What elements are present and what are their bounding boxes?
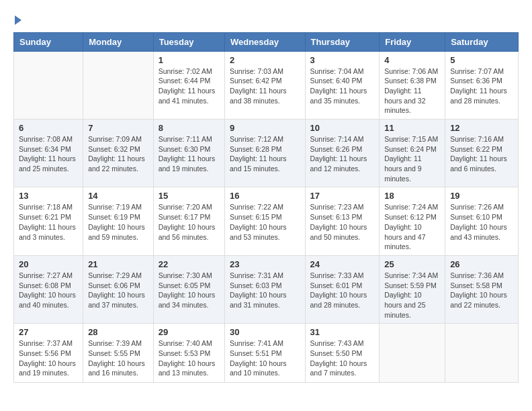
day-number: 2 <box>230 55 300 65</box>
day-info: Sunrise: 7:33 AM Sunset: 6:01 PM Dayligh… <box>310 271 375 310</box>
calendar-cell: 29Sunrise: 7:40 AM Sunset: 5:53 PM Dayli… <box>153 324 224 383</box>
calendar-cell: 16Sunrise: 7:22 AM Sunset: 6:15 PM Dayli… <box>224 187 305 255</box>
calendar-cell: 23Sunrise: 7:31 AM Sunset: 6:03 PM Dayli… <box>224 255 305 323</box>
day-number: 3 <box>310 55 375 65</box>
logo-arrow-icon <box>15 15 21 25</box>
calendar-cell: 28Sunrise: 7:39 AM Sunset: 5:55 PM Dayli… <box>83 324 154 383</box>
weekday-header-monday: Monday <box>83 32 154 51</box>
day-number: 27 <box>19 327 78 337</box>
calendar-cell: 14Sunrise: 7:19 AM Sunset: 6:19 PM Dayli… <box>83 187 154 255</box>
calendar-cell: 1Sunrise: 7:02 AM Sunset: 6:44 PM Daylig… <box>153 51 224 119</box>
day-info: Sunrise: 7:22 AM Sunset: 6:15 PM Dayligh… <box>230 202 300 242</box>
day-number: 9 <box>230 123 300 133</box>
calendar-cell: 7Sunrise: 7:09 AM Sunset: 6:32 PM Daylig… <box>83 120 154 187</box>
day-number: 26 <box>450 259 513 269</box>
calendar-cell: 20Sunrise: 7:27 AM Sunset: 6:08 PM Dayli… <box>14 255 83 323</box>
day-number: 17 <box>310 191 375 201</box>
calendar-cell: 17Sunrise: 7:23 AM Sunset: 6:13 PM Dayli… <box>305 187 380 255</box>
day-number: 8 <box>159 123 220 133</box>
day-number: 23 <box>230 259 300 269</box>
day-number: 28 <box>88 327 148 337</box>
weekday-header-friday: Friday <box>380 32 445 51</box>
day-info: Sunrise: 7:34 AM Sunset: 5:59 PM Dayligh… <box>384 271 440 320</box>
day-info: Sunrise: 7:29 AM Sunset: 6:06 PM Dayligh… <box>88 271 148 310</box>
calendar-table: SundayMondayTuesdayWednesdayThursdayFrid… <box>13 32 519 383</box>
weekday-header-wednesday: Wednesday <box>224 32 305 51</box>
day-info: Sunrise: 7:08 AM Sunset: 6:34 PM Dayligh… <box>19 134 78 174</box>
calendar-cell <box>380 324 445 383</box>
logo <box>13 13 21 26</box>
calendar-cell: 6Sunrise: 7:08 AM Sunset: 6:34 PM Daylig… <box>14 120 83 187</box>
calendar-cell: 3Sunrise: 7:04 AM Sunset: 6:40 PM Daylig… <box>305 51 380 119</box>
calendar-cell: 9Sunrise: 7:12 AM Sunset: 6:28 PM Daylig… <box>224 120 305 187</box>
day-number: 29 <box>159 327 220 337</box>
calendar-cell: 4Sunrise: 7:06 AM Sunset: 6:38 PM Daylig… <box>380 51 445 119</box>
day-number: 24 <box>310 259 375 269</box>
day-info: Sunrise: 7:14 AM Sunset: 6:26 PM Dayligh… <box>310 134 375 174</box>
weekday-header-saturday: Saturday <box>445 32 519 51</box>
day-number: 16 <box>230 191 300 201</box>
day-info: Sunrise: 7:40 AM Sunset: 5:53 PM Dayligh… <box>159 338 220 378</box>
week-row-2: 6Sunrise: 7:08 AM Sunset: 6:34 PM Daylig… <box>14 120 519 187</box>
calendar-cell: 12Sunrise: 7:16 AM Sunset: 6:22 PM Dayli… <box>445 120 519 187</box>
day-number: 5 <box>450 55 513 65</box>
calendar-cell <box>83 51 154 119</box>
day-number: 11 <box>384 123 440 133</box>
day-info: Sunrise: 7:06 AM Sunset: 6:38 PM Dayligh… <box>384 66 440 116</box>
day-info: Sunrise: 7:26 AM Sunset: 6:10 PM Dayligh… <box>450 202 513 242</box>
day-number: 4 <box>384 55 440 65</box>
day-number: 12 <box>450 123 513 133</box>
day-info: Sunrise: 7:07 AM Sunset: 6:36 PM Dayligh… <box>450 66 513 106</box>
day-number: 14 <box>88 191 148 201</box>
day-info: Sunrise: 7:09 AM Sunset: 6:32 PM Dayligh… <box>88 134 148 174</box>
weekday-header-row: SundayMondayTuesdayWednesdayThursdayFrid… <box>14 32 519 51</box>
calendar-cell: 10Sunrise: 7:14 AM Sunset: 6:26 PM Dayli… <box>305 120 380 187</box>
day-info: Sunrise: 7:02 AM Sunset: 6:44 PM Dayligh… <box>159 66 220 106</box>
day-number: 18 <box>384 191 440 201</box>
day-number: 21 <box>88 259 148 269</box>
day-number: 15 <box>159 191 220 201</box>
day-info: Sunrise: 7:41 AM Sunset: 5:51 PM Dayligh… <box>230 338 300 378</box>
day-info: Sunrise: 7:43 AM Sunset: 5:50 PM Dayligh… <box>310 338 375 378</box>
calendar-cell: 13Sunrise: 7:18 AM Sunset: 6:21 PM Dayli… <box>14 187 83 255</box>
day-number: 31 <box>310 327 375 337</box>
calendar-cell: 24Sunrise: 7:33 AM Sunset: 6:01 PM Dayli… <box>305 255 380 323</box>
day-number: 1 <box>159 55 220 65</box>
day-number: 20 <box>19 259 78 269</box>
week-row-3: 13Sunrise: 7:18 AM Sunset: 6:21 PM Dayli… <box>14 187 519 255</box>
day-number: 22 <box>159 259 220 269</box>
weekday-header-tuesday: Tuesday <box>153 32 224 51</box>
weekday-header-thursday: Thursday <box>305 32 380 51</box>
calendar-cell <box>14 51 83 119</box>
calendar-cell: 5Sunrise: 7:07 AM Sunset: 6:36 PM Daylig… <box>445 51 519 119</box>
day-number: 19 <box>450 191 513 201</box>
day-info: Sunrise: 7:12 AM Sunset: 6:28 PM Dayligh… <box>230 134 300 174</box>
calendar-cell: 8Sunrise: 7:11 AM Sunset: 6:30 PM Daylig… <box>153 120 224 187</box>
calendar-cell <box>445 324 519 383</box>
day-info: Sunrise: 7:20 AM Sunset: 6:17 PM Dayligh… <box>159 202 220 242</box>
day-number: 6 <box>19 123 78 133</box>
day-number: 30 <box>230 327 300 337</box>
calendar-cell: 19Sunrise: 7:26 AM Sunset: 6:10 PM Dayli… <box>445 187 519 255</box>
day-info: Sunrise: 7:18 AM Sunset: 6:21 PM Dayligh… <box>19 202 78 242</box>
calendar-cell: 27Sunrise: 7:37 AM Sunset: 5:56 PM Dayli… <box>14 324 83 383</box>
day-number: 13 <box>19 191 78 201</box>
weekday-header-sunday: Sunday <box>14 32 83 51</box>
day-info: Sunrise: 7:03 AM Sunset: 6:42 PM Dayligh… <box>230 66 300 106</box>
week-row-1: 1Sunrise: 7:02 AM Sunset: 6:44 PM Daylig… <box>14 51 519 119</box>
day-number: 25 <box>384 259 440 269</box>
calendar-cell: 11Sunrise: 7:15 AM Sunset: 6:24 PM Dayli… <box>380 120 445 187</box>
day-info: Sunrise: 7:30 AM Sunset: 6:05 PM Dayligh… <box>159 271 220 310</box>
day-info: Sunrise: 7:39 AM Sunset: 5:55 PM Dayligh… <box>88 338 148 378</box>
day-info: Sunrise: 7:11 AM Sunset: 6:30 PM Dayligh… <box>159 134 220 174</box>
day-info: Sunrise: 7:27 AM Sunset: 6:08 PM Dayligh… <box>19 271 78 310</box>
day-number: 7 <box>88 123 148 133</box>
day-info: Sunrise: 7:15 AM Sunset: 6:24 PM Dayligh… <box>384 134 440 183</box>
calendar-cell: 15Sunrise: 7:20 AM Sunset: 6:17 PM Dayli… <box>153 187 224 255</box>
day-info: Sunrise: 7:04 AM Sunset: 6:40 PM Dayligh… <box>310 66 375 106</box>
week-row-4: 20Sunrise: 7:27 AM Sunset: 6:08 PM Dayli… <box>14 255 519 323</box>
day-number: 10 <box>310 123 375 133</box>
day-info: Sunrise: 7:36 AM Sunset: 5:58 PM Dayligh… <box>450 271 513 310</box>
day-info: Sunrise: 7:23 AM Sunset: 6:13 PM Dayligh… <box>310 202 375 242</box>
calendar-cell: 30Sunrise: 7:41 AM Sunset: 5:51 PM Dayli… <box>224 324 305 383</box>
